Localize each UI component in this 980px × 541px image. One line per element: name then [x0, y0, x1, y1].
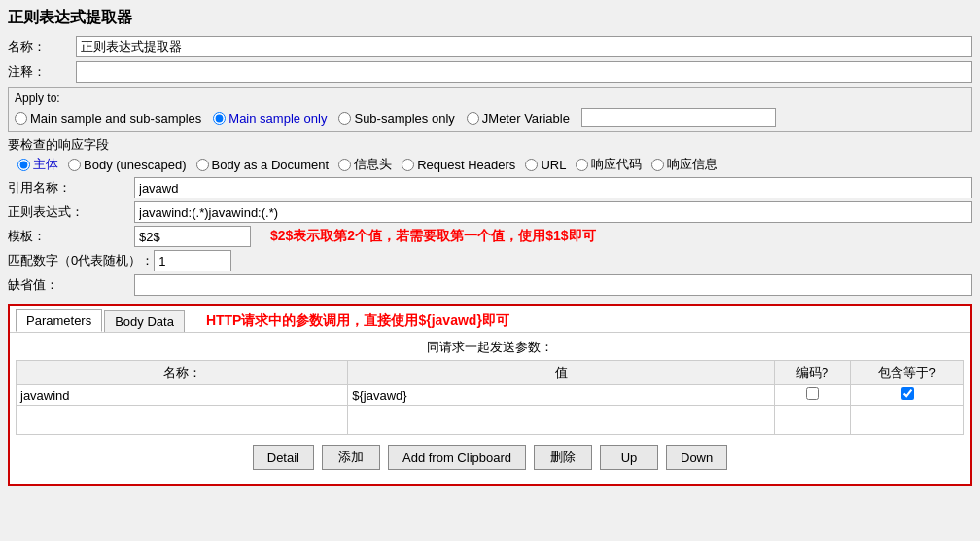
match-num-row: 匹配数字（0代表随机）：	[8, 250, 972, 271]
check-field-option-7[interactable]: 响应代码	[576, 156, 642, 173]
apply-to-label-1: Main sample and sub-samples	[30, 111, 201, 126]
params-table: 名称： 值 编码? 包含等于? javawind ${javawd}	[16, 360, 964, 435]
check-field-option-6[interactable]: URL	[525, 158, 566, 172]
row-include-cell	[851, 385, 964, 406]
check-field-option-2[interactable]: Body (unescaped)	[68, 158, 187, 172]
down-button[interactable]: Down	[666, 445, 727, 470]
ref-name-row: 引用名称：	[8, 177, 972, 198]
tab-body-data[interactable]: Body Data	[104, 310, 185, 332]
params-content: 同请求一起发送参数： 名称： 值 编码? 包含等于? javawind	[10, 333, 970, 484]
detail-button[interactable]: Detail	[253, 445, 314, 470]
tab-annotation: HTTP请求中的参数调用，直接使用${javawd}即可	[206, 312, 509, 330]
check-field-label-6: URL	[541, 158, 566, 172]
encode-checkbox[interactable]	[806, 387, 819, 400]
ref-name-label: 引用名称：	[8, 179, 134, 197]
name-input[interactable]	[76, 36, 972, 57]
page-title: 正则表达式提取器	[8, 8, 972, 28]
comment-label: 注释：	[8, 63, 76, 81]
check-field-label-3: Body as a Document	[212, 158, 330, 172]
template-label: 模板：	[8, 228, 134, 245]
apply-to-section: Apply to: Main sample and sub-samples Ma…	[8, 87, 972, 132]
check-field-label-5: Request Headers	[417, 158, 515, 172]
include-checkbox[interactable]	[901, 387, 914, 400]
name-row: 名称：	[8, 36, 972, 57]
check-field-label-2: Body (unescaped)	[84, 158, 187, 172]
add-button[interactable]: 添加	[322, 445, 380, 470]
apply-to-option-3[interactable]: Sub-samples only	[338, 111, 454, 126]
template-annotation: $2$表示取第2个值，若需要取第一个值，使用$1$即可	[270, 228, 596, 245]
name-label: 名称：	[8, 38, 76, 55]
send-params-label: 同请求一起发送参数：	[16, 339, 964, 356]
default-row: 缺省值：	[8, 274, 972, 296]
check-field-label-1: 主体	[33, 156, 58, 173]
col-header-name: 名称：	[17, 361, 348, 385]
row-name-cell: javawind	[17, 385, 348, 406]
apply-to-label-4: JMeter Variable	[482, 111, 570, 126]
match-num-input[interactable]	[154, 250, 231, 271]
row-value-cell: ${javawd}	[348, 385, 775, 406]
button-bar: Detail 添加 Add from Clipboard 删除 Up Down	[16, 445, 964, 478]
match-num-label: 匹配数字（0代表随机）：	[8, 252, 154, 270]
apply-to-option-2[interactable]: Main sample only	[213, 111, 327, 126]
apply-to-label: Apply to:	[15, 91, 965, 105]
regex-row: 正则表达式：	[8, 201, 972, 223]
col-header-include: 包含等于?	[851, 361, 964, 385]
tab-parameters[interactable]: Parameters	[16, 309, 102, 332]
check-field-option-3[interactable]: Body as a Document	[196, 158, 330, 172]
check-field-label: 要检查的响应字段	[8, 136, 972, 154]
apply-to-label-2: Main sample only	[228, 111, 327, 126]
template-input[interactable]	[134, 226, 251, 247]
check-field-option-5[interactable]: Request Headers	[402, 158, 515, 172]
main-container: 正则表达式提取器 名称： 注释： Apply to: Main sample a…	[0, 0, 980, 541]
row-encode-cell	[775, 385, 851, 406]
check-field-label-4: 信息头	[354, 156, 392, 173]
comment-input[interactable]	[76, 61, 972, 83]
template-row: 模板： $2$表示取第2个值，若需要取第一个值，使用$1$即可	[8, 226, 972, 247]
check-field-label-8: 响应信息	[667, 156, 718, 173]
jmeter-variable-input[interactable]	[581, 108, 776, 127]
add-from-clipboard-button[interactable]: Add from Clipboard	[388, 445, 526, 470]
regex-label: 正则表达式：	[8, 203, 134, 221]
check-field-option-1[interactable]: 主体	[18, 156, 58, 173]
default-label: 缺省值：	[8, 276, 134, 294]
regex-input[interactable]	[134, 201, 972, 223]
check-field-radios: 主体 Body (unescaped) Body as a Document 信…	[8, 156, 972, 173]
col-header-value: 值	[348, 361, 775, 385]
apply-to-option-4[interactable]: JMeter Variable	[467, 111, 570, 126]
tabs-bar: Parameters Body Data HTTP请求中的参数调用，直接使用${…	[10, 306, 970, 333]
comment-row: 注释：	[8, 61, 972, 83]
default-input[interactable]	[134, 274, 972, 296]
up-button[interactable]: Up	[600, 445, 658, 470]
bottom-panel: Parameters Body Data HTTP请求中的参数调用，直接使用${…	[8, 304, 972, 486]
delete-button[interactable]: 删除	[534, 445, 592, 470]
apply-to-label-3: Sub-samples only	[354, 111, 454, 126]
ref-name-input[interactable]	[134, 177, 972, 198]
check-field-option-8[interactable]: 响应信息	[651, 156, 718, 173]
col-header-encode: 编码?	[775, 361, 851, 385]
table-row-empty	[17, 406, 964, 435]
check-field-option-4[interactable]: 信息头	[338, 156, 392, 173]
check-field-label-7: 响应代码	[591, 156, 642, 173]
apply-to-radio-group: Main sample and sub-samples Main sample …	[15, 108, 965, 127]
apply-to-option-1[interactable]: Main sample and sub-samples	[15, 111, 201, 126]
field-form-area: 引用名称： 正则表达式： 模板： $2$表示取第2个值，若需要取第一个值，使用$…	[8, 177, 972, 296]
table-row: javawind ${javawd}	[17, 385, 964, 406]
check-field-section: 要检查的响应字段 主体 Body (unescaped) Body as a D…	[8, 136, 972, 173]
